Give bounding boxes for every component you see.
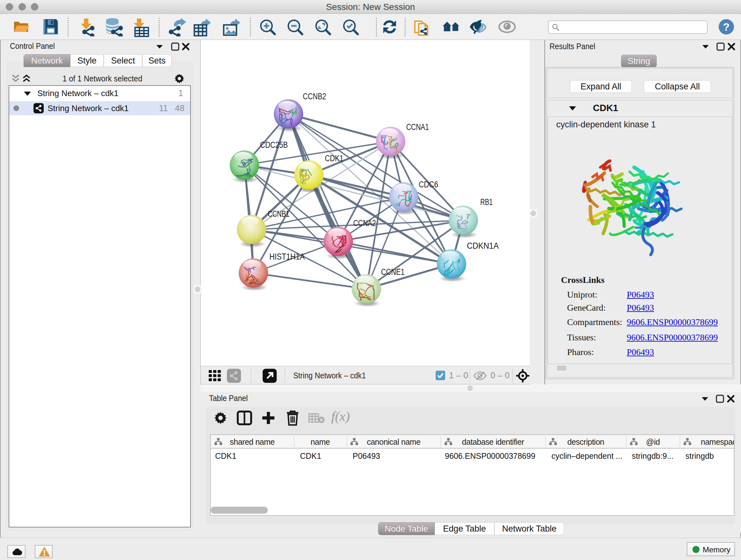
svg-text:?: ? (723, 21, 730, 33)
svg-text:CDC6: CDC6 (419, 180, 438, 189)
svg-text:CCNE1: CCNE1 (381, 267, 405, 277)
svg-text:CCNB1: CCNB1 (268, 209, 289, 219)
svg-text:CDK1: CDK1 (325, 153, 343, 163)
svg-text:CCNA2: CCNA2 (353, 219, 376, 228)
svg-text:CDC25B: CDC25B (260, 140, 288, 150)
svg-text:CDKN1A: CDKN1A (467, 241, 499, 251)
svg-text:HIST1H1A: HIST1H1A (269, 252, 305, 261)
svg-text:RB1: RB1 (480, 197, 493, 207)
svg-text:CCNB2: CCNB2 (303, 91, 326, 101)
svg-text:CCNA1: CCNA1 (406, 122, 429, 132)
